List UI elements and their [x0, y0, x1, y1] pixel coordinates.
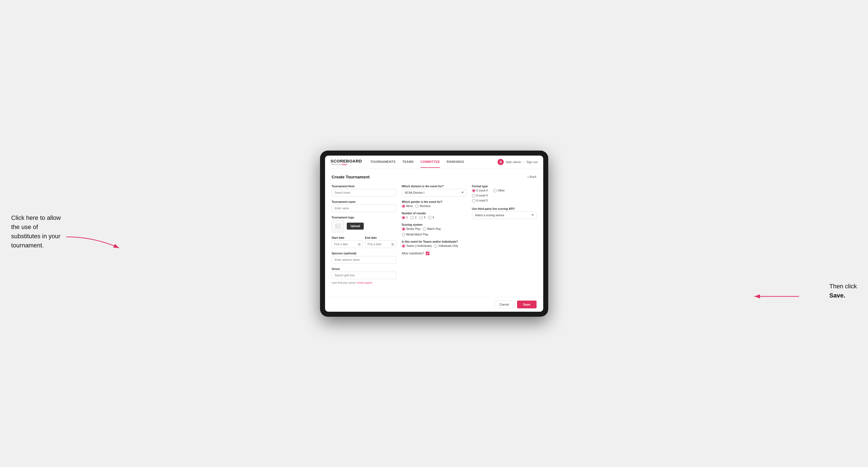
format-row-1: 5 count 4 Other — [472, 189, 536, 192]
division-group: Which division is the event for? NCAA Di… — [402, 185, 466, 196]
page-title: Create Tournament — [332, 175, 370, 179]
tournament-host-input[interactable] — [332, 189, 396, 196]
logo-upload-area: Upload — [332, 220, 396, 232]
format-options: 5 count 4 Other 6 count 4 — [472, 189, 536, 202]
scoring-api-select[interactable]: Select a scoring service — [472, 212, 536, 219]
rounds-3[interactable]: 3 — [420, 216, 426, 219]
logo-placeholder — [332, 220, 344, 232]
upload-button[interactable]: Upload — [347, 223, 364, 229]
event-teams-radio[interactable] — [402, 244, 405, 248]
nav-right: B blair admin | Sign out — [498, 159, 537, 165]
tournament-name-input[interactable] — [332, 205, 396, 212]
image-icon — [335, 223, 341, 229]
dates-group: Start date ▦ End date — [332, 236, 396, 248]
calendar-icon-end: ▦ — [391, 242, 394, 246]
form-left-column: Tournament Host Tournament name Tourname… — [332, 185, 396, 284]
rounds-radio-group: 1 2 3 — [402, 216, 466, 219]
rounds-group: Number of rounds 1 2 — [402, 212, 466, 219]
gender-group: Which gender is the event for? Mens Wome… — [402, 200, 466, 208]
event-individuals-radio[interactable] — [434, 244, 437, 248]
nav-teams[interactable]: TEAMS — [402, 156, 414, 168]
scoring-api-group: Use third-party live scoring API? Select… — [472, 207, 536, 219]
scoring-system-group: Scoring system Stroke Play Match Play — [402, 223, 466, 236]
scoring-medal[interactable]: Medal Match Play — [402, 233, 428, 236]
rounds-1-radio[interactable] — [402, 216, 405, 219]
tournament-host-group: Tournament Host — [332, 185, 396, 196]
scoring-stroke[interactable]: Stroke Play — [402, 227, 421, 231]
cancel-button[interactable]: Cancel — [494, 301, 514, 308]
gender-radio-group: Mens Womens — [402, 205, 466, 208]
logo-powered: Powered by clippd — [331, 163, 362, 165]
scoring-medal-radio[interactable] — [402, 233, 405, 236]
svg-point-1 — [337, 225, 338, 226]
event-for-label: Is this event for Teams and/or Individua… — [402, 240, 466, 243]
gender-label: Which gender is the event for? — [402, 200, 466, 204]
back-button[interactable]: Back — [527, 175, 536, 179]
event-individuals[interactable]: Individuals Only — [434, 244, 458, 248]
nav-tournaments[interactable]: TOURNAMENTS — [370, 156, 396, 168]
tournament-logo-group: Tournament logo Upload — [332, 216, 396, 232]
sponsor-input[interactable] — [332, 256, 396, 263]
format-6count4[interactable]: 6 count 4 — [472, 194, 536, 197]
format-6count5[interactable]: 6 count 5 — [472, 199, 536, 202]
nav-links: TOURNAMENTS TEAMS COMMITTEE RANKINGS — [370, 156, 498, 168]
scoring-stroke-radio[interactable] — [402, 227, 405, 231]
logo-scoreboard: SCOREBOARD — [331, 159, 362, 163]
tournament-host-label: Tournament Host — [332, 185, 396, 188]
nav-signout[interactable]: Sign out — [526, 160, 537, 164]
venue-label: Venue — [332, 268, 396, 271]
logo-area: SCOREBOARD Powered by clippd — [331, 159, 362, 165]
gender-womens-radio[interactable] — [415, 205, 418, 208]
division-label: Which division is the event for? — [402, 185, 466, 188]
rounds-1[interactable]: 1 — [402, 216, 408, 219]
nav-rankings[interactable]: RANKINGS — [447, 156, 464, 168]
calendar-icon-start: ▦ — [358, 242, 361, 246]
form-columns: Tournament Host Tournament name Tourname… — [332, 185, 536, 284]
annotation-left: Click here to allow the use of substitut… — [11, 213, 67, 250]
gender-womens[interactable]: Womens — [415, 205, 431, 208]
event-for-radio-group: Teams (+Individuals) Individuals Only — [402, 244, 466, 248]
rounds-2-radio[interactable] — [410, 216, 414, 219]
venue-input[interactable] — [332, 272, 396, 279]
division-select[interactable]: NCAA Division I — [402, 189, 466, 196]
arrow-right-svg — [752, 289, 802, 303]
tournament-name-group: Tournament name — [332, 200, 396, 212]
gender-mens[interactable]: Mens — [402, 205, 413, 208]
format-6count4-radio[interactable] — [472, 194, 475, 197]
event-teams[interactable]: Teams (+Individuals) — [402, 244, 432, 248]
nav-avatar: B — [498, 159, 504, 165]
save-button[interactable]: Save — [517, 301, 536, 308]
format-type-group: Format type 5 count 4 Other — [472, 185, 536, 202]
format-other-radio[interactable] — [493, 189, 497, 192]
allow-substitutes-checkbox[interactable] — [426, 252, 429, 255]
rounds-4-radio[interactable] — [428, 216, 431, 219]
nav-committee[interactable]: COMMITTEE — [421, 156, 440, 168]
scoring-api-label: Use third-party live scoring API? — [472, 207, 536, 210]
scoring-match[interactable]: Match Play — [423, 227, 441, 231]
svg-rect-0 — [336, 224, 340, 228]
email-support-link[interactable]: email support — [357, 281, 372, 284]
rounds-2[interactable]: 2 — [410, 216, 416, 219]
rounds-4[interactable]: 4 — [428, 216, 434, 219]
end-date-group: End date ▦ — [365, 236, 396, 248]
scoring-match-radio[interactable] — [423, 227, 426, 231]
format-5count4[interactable]: 5 count 4 — [472, 189, 488, 192]
annotation-right: Then click Save. — [829, 282, 857, 300]
page-header: Create Tournament Back — [332, 175, 536, 179]
rounds-3-radio[interactable] — [420, 216, 423, 219]
sponsor-label: Sponsor (optional) — [332, 252, 396, 255]
format-6count5-radio[interactable] — [472, 199, 475, 202]
start-date-label: Start date — [332, 236, 363, 239]
end-date-wrap: ▦ — [365, 241, 396, 248]
form-footer: Cancel Save — [325, 297, 543, 312]
tablet-screen: SCOREBOARD Powered by clippd TOURNAMENTS… — [325, 156, 543, 312]
format-other[interactable]: Other — [493, 189, 505, 192]
gender-mens-radio[interactable] — [402, 205, 405, 208]
scoring-label: Scoring system — [402, 223, 466, 226]
venue-hint: Can't find your venue? email support — [332, 281, 396, 284]
format-column: Format type 5 count 4 Other — [472, 185, 536, 284]
allow-substitutes-label[interactable]: Allow substitutes? — [402, 252, 466, 255]
format-5count4-radio[interactable] — [472, 189, 475, 192]
event-for-group: Is this event for Teams and/or Individua… — [402, 240, 466, 248]
sponsor-group: Sponsor (optional) — [332, 252, 396, 263]
